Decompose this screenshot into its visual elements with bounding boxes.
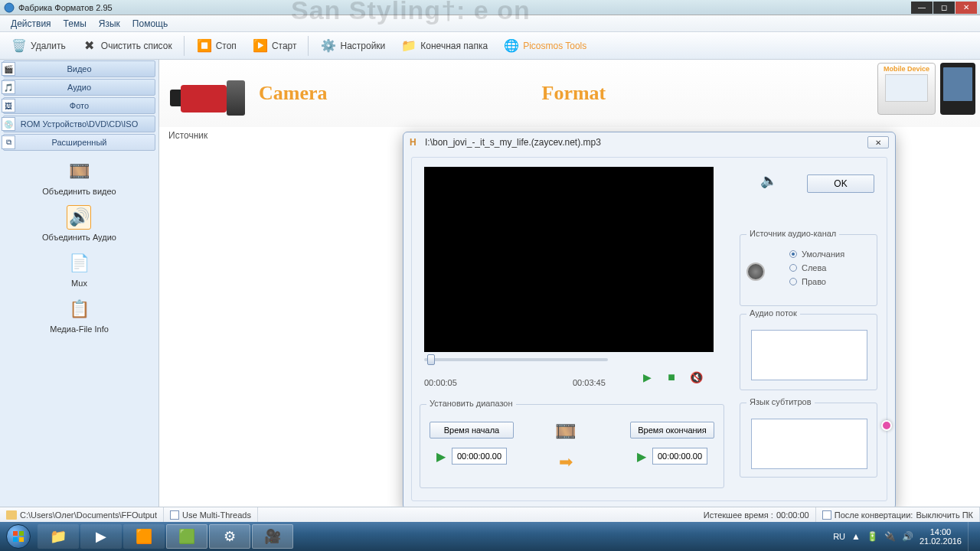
taskbar-format-factory[interactable]: 🎥 (252, 524, 293, 549)
brand-camera-text: Camera (259, 82, 328, 105)
maximize-button[interactable]: ◻ (933, 2, 955, 14)
start-time-input[interactable] (452, 448, 507, 465)
separator (184, 36, 185, 56)
toolbar-picosmos[interactable]: 🌐 Picosmos Tools (497, 36, 593, 56)
section-title: Источник (168, 130, 207, 141)
audio-source-groupbox: Источник аудио-канал Умолчания Слева (740, 234, 877, 306)
start-time-button[interactable]: Время начала (430, 422, 514, 439)
slider-thumb[interactable] (427, 354, 435, 365)
play-end-icon[interactable]: ▶ (637, 449, 646, 464)
window-close-button[interactable]: ✕ (956, 2, 977, 14)
subtitle-lang-list[interactable] (751, 419, 867, 469)
picosmos-icon: 🌐 (503, 37, 520, 54)
windows-orb-icon (6, 524, 31, 549)
svg-point-0 (5, 3, 14, 12)
sidebar-cat-photo[interactable]: 🖼 Фото (3, 97, 155, 114)
radio-right[interactable]: Право (759, 275, 844, 289)
svg-rect-1 (13, 531, 18, 536)
toolbar-start[interactable]: ▶️ Старт (246, 36, 303, 56)
camcorder-art (165, 67, 250, 120)
dialog-body: 🔈 OK 00:00:05 00:03:45 ▶ ■ 🔇 (411, 157, 887, 501)
menu-help[interactable]: Помощь (126, 18, 174, 29)
radio-default[interactable]: Умолчания (759, 247, 844, 261)
audio-stream-groupbox: Аудио поток (740, 314, 877, 390)
window-titlebar: Фабрика Форматов 2.95 San Styling†: e on… (0, 0, 980, 15)
statusbar: C:\Users\Олег\Documents\FFOutput Use Mul… (0, 507, 980, 522)
taskbar-app-1[interactable]: 🟧 (123, 524, 165, 549)
toolbar-settings[interactable]: ⚙️ Настройки (314, 36, 391, 56)
seek-slider[interactable] (424, 358, 608, 361)
menu-actions[interactable]: Действия (5, 18, 57, 29)
sidebar-cat-rom[interactable]: 💿 ROM Устройство\DVD\CD\ISO (3, 116, 155, 132)
radio-left[interactable]: Слева (759, 261, 844, 275)
ok-button[interactable]: OK (807, 174, 874, 193)
dialog-close-button[interactable]: ✕ (867, 136, 889, 148)
start-button[interactable] (0, 522, 37, 551)
stop-icon: ⏹️ (196, 37, 213, 54)
mux-icon: 📄 (67, 251, 92, 276)
tray-battery-icon[interactable]: 🔋 (867, 531, 878, 542)
stop-button[interactable]: ■ (665, 370, 678, 384)
show-desktop-button[interactable] (968, 522, 975, 551)
svg-rect-4 (19, 537, 24, 542)
player-controls: ▶ ■ 🔇 (640, 370, 703, 384)
taskbar-app-2[interactable]: 🟩 (166, 524, 207, 549)
tool-merge-audio[interactable]: 🔊 Объединить Аудио (42, 205, 116, 242)
video-preview[interactable] (424, 167, 714, 352)
status-after-convert[interactable]: После конвертации: Выключить ПК (816, 507, 980, 522)
range-groupbox: Установить диапазон Время начала ▶ 🎞️ ➡ (420, 404, 724, 488)
tool-media-info[interactable]: 📋 Медиа-File Info (50, 297, 109, 334)
brand-bar: Camera Format Mobile Device (159, 60, 980, 127)
menu-language[interactable]: Язык (93, 18, 126, 29)
tool-merge-video[interactable]: 🎞️ Объединить видео (42, 159, 116, 196)
audio-stream-title: Аудио поток (746, 308, 800, 318)
svg-rect-3 (13, 537, 18, 542)
audio-src-title: Источник аудио-канал (746, 229, 839, 238)
toolbar-out-folder[interactable]: 📁 Конечная папка (394, 36, 494, 56)
play-button[interactable]: ▶ (640, 370, 654, 384)
tray-network-icon[interactable]: 🔌 (884, 531, 896, 542)
svg-rect-2 (19, 531, 24, 536)
toolbar-stop[interactable]: ⏹️ Стоп (190, 36, 243, 56)
brand-format-text: Format (542, 82, 606, 105)
sidebar-cat-video[interactable]: 🎬 Видео (3, 60, 155, 77)
status-output-folder[interactable]: C:\Users\Олег\Documents\FFOutput (0, 507, 164, 522)
taskbar-explorer[interactable]: 📁 (38, 524, 79, 549)
menu-themes[interactable]: Темы (57, 18, 93, 29)
menubar: Действия Темы Язык Помощь (0, 15, 980, 32)
taskbar-media-player[interactable]: ▶ (80, 524, 122, 549)
end-time-button[interactable]: Время окончания (630, 422, 714, 439)
video-icon: 🎬 (2, 62, 15, 76)
photo-icon: 🖼 (2, 99, 15, 112)
system-tray: RU ▲ 🔋 🔌 🔊 14:00 21.02.2016 (833, 522, 980, 551)
advanced-icon: ⧉ (2, 135, 15, 149)
lang-indicator[interactable]: RU (833, 532, 845, 541)
play-start-icon[interactable]: ▶ (436, 449, 446, 464)
tray-volume-icon[interactable]: 🔊 (902, 531, 913, 542)
end-time-input[interactable] (652, 448, 707, 465)
tray-flag-icon[interactable]: ▲ (851, 531, 861, 542)
speaker-icon: 🔈 (758, 170, 779, 191)
start-icon: ▶️ (252, 37, 269, 54)
sidebar-cat-audio[interactable]: 🎵 Аудио (3, 79, 155, 96)
taskbar-app-3[interactable]: ⚙ (209, 524, 250, 549)
audio-icon: 🎵 (2, 80, 15, 94)
status-multithread[interactable]: Use Multi-Threads (164, 507, 258, 522)
mobile-device-art: Mobile Device (877, 63, 936, 115)
range-title: Установить диапазон (426, 399, 516, 408)
dialog-titlebar[interactable]: H I:\bon_jovi_-_it_s_my_life.(zaycev.net… (403, 132, 895, 152)
audio-stream-list[interactable] (751, 330, 867, 380)
toolbar-clear[interactable]: ✖ Очистить список (75, 36, 178, 56)
window-title: Фабрика Форматов 2.95 (18, 3, 113, 12)
minimize-button[interactable]: — (911, 2, 933, 14)
toolbar-delete[interactable]: 🗑️ Удалить (5, 36, 72, 56)
tool-mux[interactable]: 📄 Mux (67, 251, 92, 288)
preview-dialog: H I:\bon_jovi_-_it_s_my_life.(zaycev.net… (403, 132, 896, 507)
mute-button[interactable]: 🔇 (689, 370, 703, 384)
subtitle-lang-title: Язык субтитров (746, 397, 815, 406)
sidebar-cat-advanced[interactable]: ⧉ Расширенный (3, 134, 155, 151)
range-mid-icons: 🎞️ ➡ (555, 422, 576, 472)
film-cut-icon: 🎞️ (555, 422, 576, 442)
cursor-marker-icon (881, 420, 892, 431)
clock[interactable]: 14:00 21.02.2016 (920, 527, 962, 546)
